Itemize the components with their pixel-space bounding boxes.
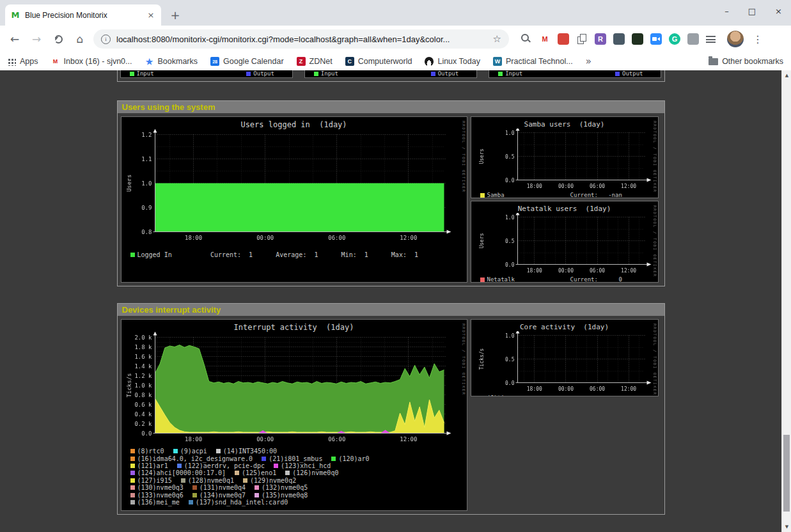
browser-tab[interactable]: M Blue Precision Monitorix × xyxy=(5,4,161,26)
legend-swatch xyxy=(480,278,485,282)
legend-label: (134)nvme0q7 xyxy=(200,492,246,499)
extensions-puzzle-icon[interactable] xyxy=(687,33,699,45)
evernote-icon[interactable] xyxy=(632,33,643,45)
legend-swatch xyxy=(480,193,485,198)
bookmark-item-4[interactable]: CComputerworld xyxy=(345,57,412,66)
chart-plot[interactable] xyxy=(124,332,457,444)
network-graph-partial-1[interactable]: Input Output xyxy=(120,70,293,78)
chart-title: Interrupt activity (1day) xyxy=(121,323,467,332)
section-header-devices: Devices interrupt activity xyxy=(118,304,664,316)
other-bookmarks[interactable]: Other bookmarks xyxy=(709,57,783,66)
search-icon[interactable] xyxy=(521,33,532,45)
bookmark-item-1[interactable]: ★Bookmarks xyxy=(145,57,198,66)
bookmarks-overflow-chevron[interactable]: » xyxy=(586,56,591,67)
section-header-users: Users using the system xyxy=(118,101,664,113)
rrdtool-watermark: RRDTOOL / TOBI OETIKER xyxy=(653,324,657,395)
bookmark-star-icon[interactable]: ☆ xyxy=(493,33,501,45)
samba-users-graph[interactable]: Samba users (1day)RRDTOOL / TOBI OETIKER… xyxy=(471,116,659,198)
legend-swatch xyxy=(192,493,197,497)
chart-plot[interactable] xyxy=(474,331,654,393)
penguin-icon xyxy=(425,57,434,66)
chart-plot[interactable] xyxy=(474,129,654,190)
legend-swatch xyxy=(173,449,178,453)
profile-avatar[interactable] xyxy=(727,31,744,47)
apps-shortcut[interactable]: Apps xyxy=(8,57,38,66)
letter-icon: 28 xyxy=(210,57,219,66)
monitorix-favicon-icon: M xyxy=(10,10,20,20)
legend-label: (14)INT3450:00 xyxy=(223,448,277,455)
chart-plot[interactable] xyxy=(474,213,654,274)
tab-close-icon[interactable]: × xyxy=(146,10,156,20)
forward-button[interactable]: → xyxy=(28,31,45,47)
bookmark-item-0[interactable]: MInbox (16) - sjvn0... xyxy=(51,57,132,66)
bookmark-label: Inbox (16) - sjvn0... xyxy=(64,57,132,66)
legend-swatch xyxy=(255,485,259,490)
vertical-scrollbar[interactable]: ▲ ▼ xyxy=(781,70,791,532)
folder-icon xyxy=(709,58,718,65)
copy-icon[interactable] xyxy=(576,33,588,45)
legend-item: (128)nvme0q1 xyxy=(181,477,234,484)
legend-label: (124)ahci[0000:00:17.0] xyxy=(137,469,226,476)
legend-swatch xyxy=(262,457,266,461)
legend-label: (123)xhci_hcd xyxy=(281,462,331,469)
monitorix-page: Input Output Input Output Input Output U… xyxy=(0,70,781,532)
legend-text: Samba Current: -nan xyxy=(487,192,622,198)
legend-swatch xyxy=(274,464,278,468)
site-info-icon[interactable]: i xyxy=(101,35,111,44)
legend-label: (121)ar1 xyxy=(137,462,168,469)
minimize-button[interactable]: – xyxy=(724,6,729,16)
zoom-icon[interactable] xyxy=(650,33,662,45)
browser-toolbar: ← → ⌂ i localhost:8080/monitorix-cgi/mon… xyxy=(0,26,791,52)
legend-item: (123)xhci_hcd xyxy=(274,462,331,469)
new-tab-button[interactable]: + xyxy=(166,6,184,24)
gmail-icon[interactable]: M xyxy=(539,33,551,45)
chart-legend: (8)rtc0(9)acpi(14)INT3450:00(16)idma64.0… xyxy=(130,448,467,506)
scrollbar-thumb[interactable] xyxy=(783,435,790,512)
stack-icon[interactable] xyxy=(613,33,625,45)
reload-button[interactable] xyxy=(50,31,67,47)
chart-plot[interactable] xyxy=(124,129,457,243)
playlist-icon[interactable] xyxy=(706,36,716,43)
other-bookmarks-label: Other bookmarks xyxy=(722,57,783,66)
bookmark-item-6[interactable]: WPractical Technol... xyxy=(493,57,573,66)
output-swatch xyxy=(246,72,251,76)
scrollbar-up-arrow[interactable]: ▲ xyxy=(782,70,791,81)
address-bar[interactable]: i localhost:8080/monitorix-cgi/monitorix… xyxy=(93,29,509,49)
rrdtool-watermark: RRDTOOL / TOBI OETIKER xyxy=(462,121,466,192)
bookmark-item-5[interactable]: Linux Today xyxy=(425,57,480,66)
rrdtool-watermark: RRDTOOL / TOBI OETIKER xyxy=(462,324,466,395)
core-activity-graph[interactable]: Core activity (1day)RRDTOOL / TOBI OETIK… xyxy=(471,319,659,396)
legend-label: (137)snd_hda_intel:card0 xyxy=(196,499,288,506)
input-label: Input xyxy=(505,70,522,77)
network-graph-partial-2[interactable]: Input Output xyxy=(304,70,477,78)
interrupt-activity-graph[interactable]: Interrupt activity (1day)RRDTOOL / TOBI … xyxy=(121,319,467,511)
output-label: Output xyxy=(438,70,459,77)
reader-icon[interactable]: R xyxy=(595,33,606,45)
back-button[interactable]: ← xyxy=(6,31,23,47)
legend-label: (125)eno1 xyxy=(242,469,276,476)
bookmark-item-2[interactable]: 28Google Calendar xyxy=(210,57,284,66)
apps-grid-icon xyxy=(8,58,16,66)
legend-label: (133)nvme0q6 xyxy=(137,492,184,499)
legend-label: (127)i915 xyxy=(137,477,172,484)
url-text[interactable]: localhost:8080/monitorix-cgi/monitorix.c… xyxy=(116,35,487,44)
maximize-button[interactable]: □ xyxy=(748,6,756,16)
bookmark-label: Linux Today xyxy=(437,57,480,66)
browser-menu-icon[interactable]: ⋮ xyxy=(750,33,765,45)
legend-label: (21)i801_smbus xyxy=(269,455,322,462)
legend-row: (136)mei_me(137)snd_hda_intel:card0 xyxy=(130,499,467,506)
apps-label: Apps xyxy=(20,57,38,66)
netatalk-users-graph[interactable]: Netatalk users (1day)RRDTOOL / TOBI OETI… xyxy=(471,201,659,283)
scrollbar-down-arrow[interactable]: ▼ xyxy=(782,522,791,532)
rrdtool-watermark: RRDTOOL / TOBI OETIKER xyxy=(653,121,657,192)
letter-icon: W xyxy=(493,57,502,66)
users-logged-in-graph[interactable]: Users logged in (1day)RRDTOOL / TOBI OET… xyxy=(121,116,467,283)
legend-item: (133)nvme0q6 xyxy=(130,492,184,499)
bookmark-label: Bookmarks xyxy=(158,57,198,66)
grammarly-icon[interactable]: G xyxy=(669,33,680,45)
home-button[interactable]: ⌂ xyxy=(72,31,88,47)
window-close-button[interactable]: × xyxy=(775,6,782,16)
network-graph-partial-3[interactable]: Input Output xyxy=(489,70,661,78)
pin-icon[interactable] xyxy=(558,33,569,45)
bookmark-item-3[interactable]: ZZDNet xyxy=(297,57,333,66)
